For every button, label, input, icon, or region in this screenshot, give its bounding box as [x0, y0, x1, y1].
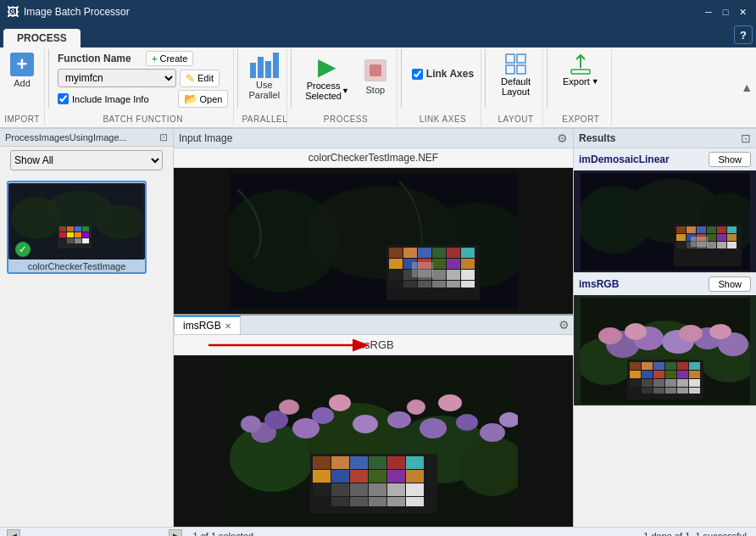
maximize-button[interactable]: □: [719, 5, 732, 19]
create-plus-icon: +: [152, 53, 157, 64]
results-collapse-icon[interactable]: ⊡: [741, 131, 751, 145]
center-bottom-section: imsRGB ✕ ⚙ imsRGB: [174, 315, 573, 527]
open-button[interactable]: 📂 Open: [178, 90, 229, 108]
svg-rect-108: [717, 226, 726, 233]
left-panel-collapse-icon[interactable]: ⊡: [159, 131, 168, 143]
minimize-button[interactable]: ─: [702, 5, 715, 19]
input-image-svg: [230, 173, 518, 309]
svg-rect-18: [59, 238, 66, 243]
svg-rect-14: [59, 232, 66, 237]
show-imsrgb-button[interactable]: Show: [709, 276, 751, 292]
close-button[interactable]: ✕: [736, 5, 749, 19]
default-layout-button[interactable]: Default Layout: [496, 51, 536, 98]
thumbnail-label: colorCheckerTestImage: [28, 261, 126, 271]
show-all-select[interactable]: Show All: [10, 150, 163, 170]
import-group-content: + Add: [7, 51, 37, 112]
create-label: Create: [159, 53, 187, 64]
svg-rect-146: [665, 371, 676, 378]
svg-rect-96: [369, 497, 386, 506]
result-demosaic-name: imDemosaicLinear: [579, 154, 670, 165]
app-title: Image Batch Processor: [24, 6, 130, 18]
svg-point-134: [679, 325, 703, 342]
help-button[interactable]: ?: [734, 25, 753, 44]
input-settings-icon[interactable]: ⚙: [557, 131, 568, 145]
scroll-left-arrow[interactable]: ◀: [7, 529, 20, 537]
svg-point-64: [353, 415, 378, 433]
selection-status: 1 of 1 selected: [192, 531, 253, 537]
stop-label: Stop: [366, 85, 386, 95]
color-image-svg: [230, 356, 518, 526]
play-icon: ▶: [318, 53, 336, 81]
batch-fn-content: Function Name + Create myimfcn ✎ Edit: [58, 51, 228, 120]
svg-point-68: [480, 423, 505, 442]
input-image-display: [174, 168, 573, 314]
tab-close-icon[interactable]: ✕: [225, 321, 231, 331]
function-name-select[interactable]: myimfcn: [58, 69, 176, 87]
svg-rect-115: [727, 234, 737, 241]
svg-point-72: [407, 399, 425, 415]
svg-rect-47: [418, 281, 431, 288]
svg-rect-48: [432, 281, 446, 288]
svg-rect-79: [387, 456, 405, 469]
svg-rect-95: [350, 497, 368, 506]
tab-process[interactable]: PROCESS: [3, 29, 81, 47]
main-area: ProcessImagesUsingImage... ⊡ Show All: [0, 129, 756, 527]
svg-rect-11: [67, 226, 74, 232]
input-image-title: Input Image: [179, 132, 232, 144]
svg-rect-37: [447, 259, 460, 269]
use-parallel-label: UseParallel: [248, 80, 280, 100]
function-buttons: + Create: [146, 51, 193, 66]
ribbon-group-layout: Default Layout LAYOUT: [489, 49, 543, 126]
link-axes-label: Link Axes: [426, 68, 474, 80]
svg-rect-151: [653, 379, 664, 387]
result-item-demosaic: imDemosaicLinear Show: [574, 148, 756, 273]
svg-rect-49: [447, 281, 460, 288]
link-axes-group-label: LINK AXES: [405, 114, 481, 124]
svg-rect-77: [350, 456, 368, 469]
add-button[interactable]: + Add: [7, 51, 37, 90]
ribbon-group-process: ▶ Process Selected ▼ Stop PROCESS: [295, 49, 397, 126]
link-axes-checkbox[interactable]: [412, 69, 423, 80]
edit-button[interactable]: ✎ Edit: [180, 70, 220, 87]
create-button[interactable]: + Create: [146, 51, 193, 66]
show-demosaic-button[interactable]: Show: [709, 152, 751, 167]
svg-rect-88: [331, 483, 349, 496]
svg-rect-84: [369, 470, 386, 483]
center-panel: Input Image ⚙ colorCheckerTestImage.NEF: [174, 129, 574, 527]
svg-rect-148: [689, 371, 700, 378]
sep6: [547, 49, 548, 109]
bottom-settings-icon[interactable]: ⚙: [559, 318, 570, 332]
title-bar-left: 🖼 Image Batch Processor: [7, 5, 130, 19]
svg-rect-82: [331, 470, 349, 483]
include-image-info-checkbox[interactable]: [58, 93, 69, 104]
svg-rect-106: [697, 226, 706, 233]
process-selected-button[interactable]: ▶ Process Selected ▼: [300, 51, 354, 103]
svg-rect-154: [689, 379, 700, 387]
svg-rect-156: [642, 388, 653, 394]
scroll-right-arrow[interactable]: ▶: [169, 529, 182, 537]
imsrgb-tab[interactable]: imsRGB ✕: [174, 315, 241, 334]
ribbon-group-export: Export ▼ EXPORT: [551, 49, 612, 126]
svg-rect-93: [313, 497, 331, 506]
svg-rect-119: [707, 242, 716, 248]
svg-rect-158: [665, 388, 676, 394]
svg-rect-147: [677, 371, 688, 378]
export-button[interactable]: Export ▼: [558, 51, 604, 88]
ribbon-collapse[interactable]: ▲: [741, 49, 756, 126]
use-parallel-button[interactable]: UseParallel: [248, 51, 280, 100]
red-arrow-overlay: [208, 335, 378, 355]
stop-button[interactable]: Stop: [359, 58, 392, 97]
title-bar-controls: ─ □ ✕: [702, 5, 749, 19]
thumbnail-item[interactable]: ✓ colorCheckerTestImage: [7, 181, 147, 274]
ribbon-tab-bar: PROCESS ?: [0, 24, 756, 47]
process-status: 1 done of 1. 1 successful.: [253, 531, 749, 537]
ribbon-group-parallel: UseParallel PARALLEL: [242, 49, 287, 126]
folder-icon: 📂: [184, 92, 197, 105]
svg-rect-2: [506, 65, 514, 74]
svg-rect-143: [630, 371, 641, 378]
function-select-row: myimfcn ✎ Edit: [58, 69, 220, 87]
dropdown-arrow-icon: ▼: [342, 87, 349, 95]
svg-rect-42: [432, 270, 446, 280]
svg-rect-157: [653, 388, 664, 394]
svg-rect-80: [406, 456, 424, 469]
